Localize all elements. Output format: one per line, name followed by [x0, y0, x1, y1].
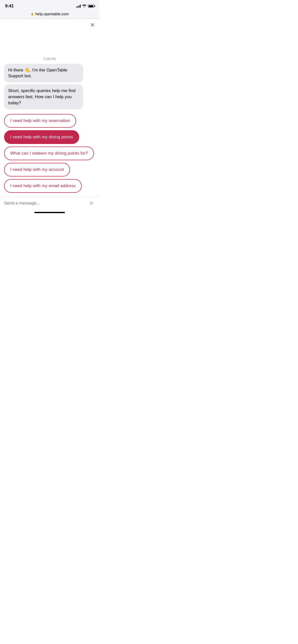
bot-message-2: Short, specific queries help me find ans… — [4, 84, 83, 109]
bot-message-1: Hi there 👋, I'm the OpenTable Support bo… — [4, 64, 83, 83]
status-bar: 9:41 — [0, 0, 99, 10]
message-input[interactable] — [4, 201, 86, 206]
signal-icon — [76, 5, 81, 8]
chat-spacer — [4, 31, 95, 57]
suggestion-dining-points[interactable]: I need help with my dining points — [4, 130, 79, 144]
home-indicator — [0, 210, 99, 215]
suggestion-email[interactable]: I need help with my email address — [4, 179, 82, 193]
home-bar — [34, 212, 65, 213]
chat-timestamp: 5:38 PM — [4, 57, 95, 61]
suggestion-account[interactable]: I need help with my account — [4, 163, 70, 177]
battery-icon — [88, 5, 94, 8]
wifi-icon — [82, 4, 86, 8]
input-area — [0, 197, 99, 210]
suggestion-reservation[interactable]: I need help with my reservation — [4, 114, 76, 128]
suggestion-buttons: I need help with my reservation I need h… — [4, 114, 95, 193]
status-time: 9:41 — [5, 4, 14, 9]
address-text: help.opentable.com — [35, 12, 69, 16]
status-icons — [76, 4, 94, 8]
lock-icon: 🔒 — [31, 12, 34, 16]
close-row: ✕ — [0, 19, 99, 31]
suggestion-redeem-points[interactable]: What can I redeem my dining points for? — [4, 147, 94, 160]
chat-area: 5:38 PM Hi there 👋, I'm the OpenTable Su… — [0, 31, 99, 197]
send-button[interactable] — [88, 200, 95, 207]
close-button[interactable]: ✕ — [90, 22, 95, 28]
address-bar: 🔒 help.opentable.com — [0, 10, 99, 19]
